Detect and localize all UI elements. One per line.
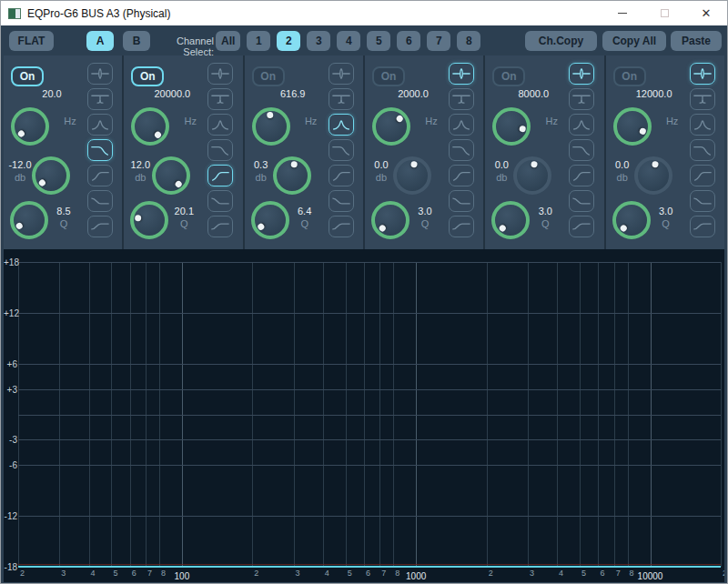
filter-button-shelf-down[interactable] bbox=[329, 190, 354, 212]
channel-button-2[interactable]: 2 bbox=[277, 31, 300, 51]
filter-button-shelf-down[interactable] bbox=[449, 190, 474, 212]
hz-label: Hz bbox=[177, 116, 204, 126]
filter-button-notch[interactable] bbox=[449, 88, 474, 110]
channel-button-all[interactable]: All bbox=[216, 31, 240, 51]
filter-button-high-pass[interactable] bbox=[87, 165, 113, 186]
filter-button-notch[interactable] bbox=[329, 88, 354, 110]
band-on-button[interactable]: On bbox=[252, 66, 285, 86]
filter-button-peak[interactable] bbox=[87, 63, 113, 85]
frequency-knob[interactable] bbox=[372, 107, 410, 146]
channel-button-1[interactable]: 1 bbox=[247, 31, 270, 51]
frequency-knob[interactable] bbox=[11, 107, 49, 146]
freq-tick-label: 8 bbox=[630, 569, 634, 578]
channel-button-6[interactable]: 6 bbox=[397, 31, 420, 51]
gain-knob[interactable] bbox=[152, 156, 190, 195]
filter-button-notch[interactable] bbox=[207, 88, 233, 110]
filter-button-band-pass[interactable] bbox=[87, 114, 113, 136]
ch-copy-button[interactable]: Ch.Copy bbox=[525, 31, 597, 51]
frequency-knob[interactable] bbox=[613, 107, 652, 146]
filter-button-peak[interactable] bbox=[569, 63, 594, 85]
filter-button-peak[interactable] bbox=[449, 63, 474, 85]
copy-all-button[interactable]: Copy All bbox=[602, 31, 666, 51]
filter-button-low-pass[interactable] bbox=[207, 139, 233, 161]
filter-button-band-pass[interactable] bbox=[569, 114, 594, 136]
filter-button-band-pass[interactable] bbox=[449, 114, 474, 136]
filter-button-shelf-up[interactable] bbox=[449, 216, 474, 237]
q-knob[interactable] bbox=[251, 201, 289, 239]
q-knob[interactable] bbox=[10, 201, 48, 239]
channel-button-4[interactable]: 4 bbox=[337, 31, 360, 51]
filter-button-peak[interactable] bbox=[207, 63, 233, 85]
filter-button-shelf-up[interactable] bbox=[329, 216, 354, 237]
filter-button-shelf-up[interactable] bbox=[690, 216, 715, 237]
channel-button-5[interactable]: 5 bbox=[367, 31, 390, 51]
band-on-button[interactable]: On bbox=[613, 66, 646, 86]
filter-button-shelf-down[interactable] bbox=[87, 190, 113, 212]
gain-knob[interactable] bbox=[273, 156, 311, 195]
freq-tick-label: 7 bbox=[616, 569, 621, 578]
gain-knob[interactable] bbox=[634, 156, 672, 195]
eq-band-strip-1: On20.0Hz-12.0db8.5Q bbox=[4, 55, 124, 249]
filter-button-notch[interactable] bbox=[87, 88, 113, 110]
gain-knob-indicator-dot bbox=[410, 161, 418, 168]
q-knob[interactable] bbox=[491, 201, 530, 239]
channel-button-8[interactable]: 8 bbox=[457, 31, 480, 51]
minimize-button[interactable] bbox=[602, 1, 643, 25]
filter-button-notch[interactable] bbox=[690, 88, 715, 110]
filter-button-shelf-down[interactable] bbox=[690, 190, 715, 212]
filter-button-low-pass[interactable] bbox=[329, 139, 354, 161]
filter-button-shelf-down[interactable] bbox=[569, 190, 594, 212]
q-value: 3.0 bbox=[652, 206, 681, 216]
freq-tick-label: 4 bbox=[559, 569, 563, 578]
filter-button-high-pass[interactable] bbox=[569, 165, 594, 186]
filter-button-shelf-up[interactable] bbox=[87, 216, 113, 237]
notch-icon bbox=[571, 90, 592, 108]
maximize-button[interactable] bbox=[643, 1, 685, 25]
freq-tick-label: 7 bbox=[147, 569, 152, 578]
gain-value: 0.0 bbox=[365, 159, 398, 170]
filter-button-high-pass[interactable] bbox=[690, 165, 715, 186]
q-knob-indicator-arm bbox=[7, 198, 50, 241]
flat-button[interactable]: FLAT bbox=[9, 31, 54, 51]
low-pass-icon bbox=[89, 141, 111, 159]
frequency-knob[interactable] bbox=[252, 107, 290, 146]
frequency-knob[interactable] bbox=[492, 107, 531, 146]
filter-button-shelf-up[interactable] bbox=[207, 216, 233, 237]
q-knob[interactable] bbox=[612, 201, 651, 239]
channel-buttons: All12345678 bbox=[216, 31, 480, 51]
filter-button-low-pass[interactable] bbox=[87, 139, 113, 161]
gain-knob[interactable] bbox=[32, 156, 70, 195]
q-knob[interactable] bbox=[130, 201, 168, 239]
q-value: 8.5 bbox=[49, 206, 78, 216]
filter-button-peak[interactable] bbox=[690, 63, 715, 85]
filter-button-low-pass[interactable] bbox=[569, 139, 594, 161]
channel-button-3[interactable]: 3 bbox=[307, 31, 330, 51]
memory-a-button[interactable]: A bbox=[86, 31, 114, 51]
filter-button-low-pass[interactable] bbox=[690, 139, 715, 161]
band-on-button[interactable]: On bbox=[131, 66, 164, 86]
band-on-button[interactable]: On bbox=[11, 66, 44, 86]
gain-knob-indicator-dot bbox=[175, 179, 184, 188]
channel-button-7[interactable]: 7 bbox=[427, 31, 450, 51]
close-button[interactable]: ✕ bbox=[685, 1, 727, 25]
paste-button[interactable]: Paste bbox=[671, 31, 722, 51]
filter-button-low-pass[interactable] bbox=[449, 139, 474, 161]
filter-button-notch[interactable] bbox=[569, 88, 594, 110]
filter-button-shelf-up[interactable] bbox=[569, 216, 594, 237]
grid-line-h bbox=[18, 313, 721, 314]
filter-button-shelf-down[interactable] bbox=[207, 190, 233, 212]
filter-button-peak[interactable] bbox=[329, 63, 354, 85]
filter-button-high-pass[interactable] bbox=[329, 165, 354, 186]
high-pass-icon bbox=[450, 166, 472, 185]
band-on-button[interactable]: On bbox=[372, 66, 405, 86]
filter-button-band-pass[interactable] bbox=[690, 114, 715, 136]
gain-knob[interactable] bbox=[393, 156, 431, 195]
filter-button-high-pass[interactable] bbox=[449, 165, 474, 186]
filter-button-band-pass[interactable] bbox=[329, 114, 354, 136]
frequency-knob[interactable] bbox=[131, 107, 169, 146]
gain-knob[interactable] bbox=[513, 156, 551, 195]
filter-button-high-pass[interactable] bbox=[207, 165, 233, 186]
band-on-button[interactable]: On bbox=[492, 66, 525, 86]
q-knob[interactable] bbox=[371, 201, 410, 239]
filter-button-band-pass[interactable] bbox=[207, 114, 233, 136]
